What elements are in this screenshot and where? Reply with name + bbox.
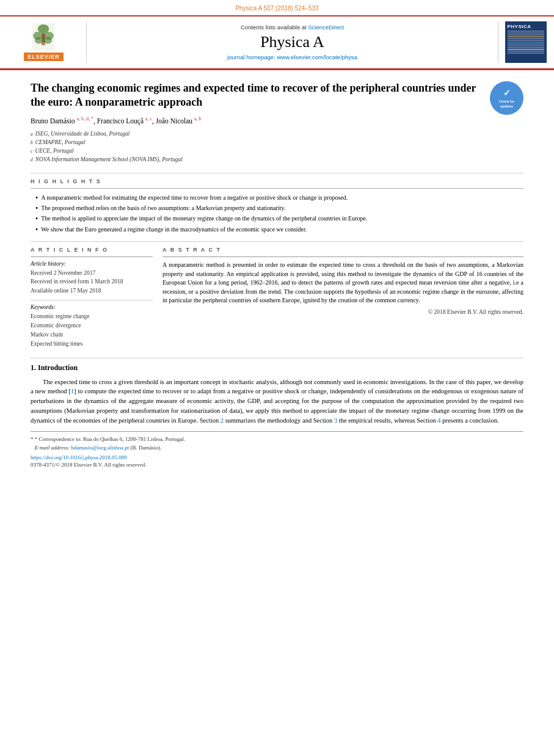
journal-homepage-line: journal homepage: www.elsevier.com/locat… [227, 54, 357, 60]
affil-sup-a: a [31, 131, 33, 137]
page: Physica A 507 (2018) 524–533 [0, 0, 554, 756]
author-sup-c: a, b [194, 116, 202, 122]
affil-text-a: ISEG, Universidade de Lisboa, Portugal [35, 129, 130, 138]
highlight-text-1: A nonparametric method for estimating th… [41, 194, 348, 202]
affil-sup-b: b [31, 139, 33, 146]
affiliations: a ISEG, Universidade de Lisboa, Portugal… [31, 129, 523, 164]
affil-text-b: CEMAPRE, Portugal [35, 138, 86, 147]
affil-c: c UECE, Portugal [31, 147, 523, 155]
highlights-rule [31, 188, 523, 189]
keyword-1: Economic regime change [31, 312, 153, 321]
article-info-abstract-area: A R T I C L E I N F O Article history: R… [31, 247, 523, 349]
check-updates-badge[interactable]: ✓ Check forupdates [490, 81, 523, 115]
keyword-4: Expected hitting times [31, 340, 153, 349]
author-sup-b: a, c [145, 116, 152, 122]
cover-title: PHYSICA [508, 24, 531, 29]
ref-link-3[interactable]: 3 [334, 417, 337, 424]
abstract-title: A B S T R A C T [162, 247, 523, 253]
highlight-text-4: We show that the Euro generated a regime… [41, 225, 307, 234]
ref-link-1[interactable]: 1 [71, 388, 74, 394]
homepage-label: journal homepage: [227, 54, 275, 60]
article-title-area: The changing economic regimes and expect… [31, 81, 523, 110]
affil-sup-d: d [31, 156, 33, 163]
cover-lines [508, 31, 544, 54]
copyright-line: © 2018 Elsevier B.V. All rights reserved… [162, 309, 523, 315]
footnote-correspondence-text: * Correspondence to: Rua do Quelhas 6, 1… [35, 436, 185, 442]
highlight-text-3: The method is applied to appreciate the … [41, 214, 367, 223]
main-content: The changing economic regimes and expect… [0, 70, 554, 480]
affil-sup-c: c [31, 148, 32, 154]
affil-d: d NOVA Information Management School (NO… [31, 155, 523, 164]
journal-cover-area: PHYSICA [498, 21, 547, 63]
section-number-intro: 1. [31, 363, 36, 372]
contents-label: Contents lists available at [241, 24, 307, 31]
homepage-link[interactable]: www.elsevier.com/locate/physa [277, 54, 357, 60]
highlight-item-1: • A nonparametric method for estimating … [35, 194, 523, 202]
journal-header: ELSEVIER Contents lists available at Sci… [0, 15, 554, 68]
keyword-2: Economic divergence [31, 321, 153, 330]
check-icon: ✓ [503, 87, 511, 98]
article-info-column: A R T I C L E I N F O Article history: R… [31, 247, 153, 349]
footnote-correspondence: * * Correspondence to: Rua do Quelhas 6,… [31, 435, 523, 444]
author-sup-a: a, b, d, * [76, 116, 93, 122]
keywords-items: Economic regime change Economic divergen… [31, 312, 153, 349]
section-title-intro: Introduction [38, 363, 78, 372]
article-history-items: Received 2 November 2017 Received in rev… [31, 269, 153, 295]
footer-issn: 0378-4371/© 2018 Elsevier B.V. All right… [31, 462, 523, 468]
logo-top [31, 23, 56, 51]
abstract-rule [162, 256, 523, 257]
contents-available-line: Contents lists available at ScienceDirec… [241, 24, 344, 31]
doi-text: Physica A 507 (2018) 524–533 [235, 5, 318, 12]
elsevier-logo-area: ELSEVIER [7, 21, 87, 63]
bullet-4: • [35, 225, 38, 234]
history-received: Received 2 November 2017 [31, 269, 153, 277]
highlight-text-2: The proposed method relies on the basis … [41, 204, 285, 213]
highlights-section: H I G H L I G H T S • A nonparametric me… [31, 178, 523, 234]
article-history-label: Article history: [31, 261, 153, 267]
article-info-title: A R T I C L E I N F O [31, 247, 153, 253]
highlight-item-2: • The proposed method relies on the basi… [35, 204, 523, 213]
ref-link-4[interactable]: 4 [437, 417, 440, 424]
section-heading-intro: 1. Introduction [31, 363, 523, 373]
elsevier-tree-icon [31, 23, 56, 51]
bullet-1: • [35, 194, 38, 202]
highlight-item-3: • The method is applied to appreciate th… [35, 214, 523, 223]
footnote-section: * * Correspondence to: Rua do Quelhas 6,… [31, 431, 523, 468]
doi-bar: Physica A 507 (2018) 524–533 [0, 0, 554, 15]
article-info-rule [31, 256, 153, 257]
svg-point-6 [44, 37, 52, 44]
footnote-email-line: E-mail address: bdamasio@iseg.ulisboa.pt… [31, 444, 523, 453]
footnote-email[interactable]: bdamasio@iseg.ulisboa.pt [71, 445, 129, 451]
footnote-star: * [31, 436, 35, 442]
keywords-label: Keywords: [31, 304, 153, 310]
affil-b: b CEMAPRE, Portugal [31, 138, 523, 147]
check-updates-label: Check forupdates [499, 100, 514, 108]
affil-a: a ISEG, Universidade de Lisboa, Portugal [31, 129, 523, 138]
bullet-3: • [35, 214, 38, 223]
authors-line: Bruno Damásio a, b, d, *, Francisco Louç… [31, 116, 523, 125]
article-title-text: The changing economic regimes and expect… [31, 82, 476, 108]
svg-point-5 [35, 37, 43, 44]
section-rule-1 [31, 173, 523, 173]
elsevier-logo: ELSEVIER [24, 23, 64, 61]
introduction-section: 1. Introduction The expected time to cro… [31, 363, 523, 426]
elsevier-text: ELSEVIER [24, 53, 64, 61]
highlights-list: • A nonparametric method for estimating … [31, 194, 523, 234]
doi-footer[interactable]: https://doi.org/10.1016/j.physa.2018.05.… [31, 454, 523, 460]
footnote-email-note: (B. Damásio). [130, 445, 161, 451]
abstract-column: A B S T R A C T A nonparametric method i… [162, 247, 523, 349]
abstract-text: A nonparametric method is presented in o… [162, 261, 523, 305]
journal-info-center: Contents lists available at ScienceDirec… [93, 21, 492, 63]
physica-cover-image: PHYSICA [505, 21, 547, 63]
ref-link-2[interactable]: 2 [221, 417, 224, 424]
sciencedirect-link[interactable]: ScienceDirect [308, 24, 344, 31]
doi-link[interactable]: https://doi.org/10.1016/j.physa.2018.05.… [31, 454, 127, 460]
section-rule-2 [31, 241, 523, 242]
svg-point-7 [42, 42, 46, 46]
keyword-3: Markov chain [31, 330, 153, 340]
highlight-item-4: • We show that the Euro generated a regi… [35, 225, 523, 234]
section-rule-3 [31, 358, 523, 358]
footnote-email-label: E-mail address: [31, 445, 71, 451]
history-revised: Received in revised form 1 March 2018 [31, 277, 153, 286]
affil-text-d: NOVA Information Management School (NOVA… [35, 155, 183, 164]
